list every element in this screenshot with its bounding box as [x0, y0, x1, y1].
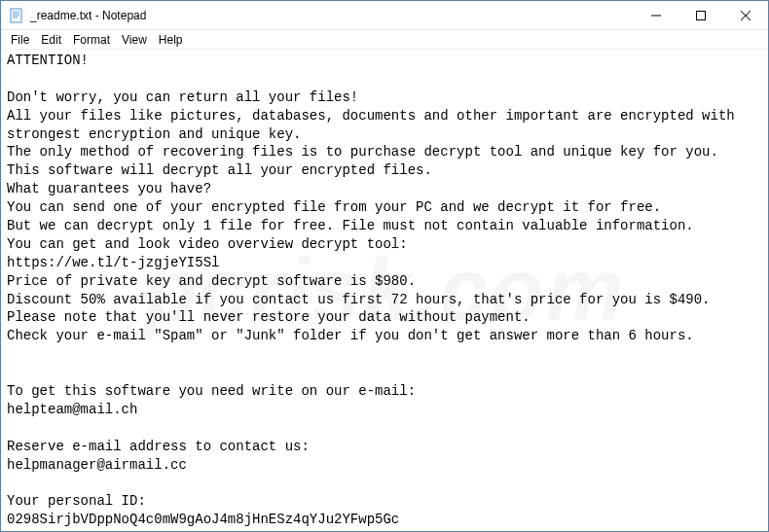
window-controls [634, 1, 768, 29]
close-button[interactable] [723, 1, 768, 29]
window-title: _readme.txt - Notepad [30, 9, 634, 22]
minimize-button[interactable] [634, 1, 678, 29]
menu-edit[interactable]: Edit [35, 31, 67, 49]
notepad-window: _readme.txt - Notepad File Edit Format V… [0, 0, 769, 532]
menubar: File Edit Format View Help [1, 30, 768, 50]
titlebar[interactable]: _readme.txt - Notepad [1, 1, 768, 30]
menu-view[interactable]: View [116, 31, 153, 49]
maximize-button[interactable] [678, 1, 723, 29]
menu-format[interactable]: Format [67, 31, 116, 49]
text-area[interactable]: ATTENTION! Don't worry, you can return a… [1, 50, 768, 531]
menu-help[interactable]: Help [153, 31, 189, 49]
svg-rect-6 [697, 11, 706, 19]
menu-file[interactable]: File [5, 31, 35, 49]
text-content: ATTENTION! Don't worry, you can return a… [7, 53, 743, 527]
notepad-icon [9, 8, 24, 23]
